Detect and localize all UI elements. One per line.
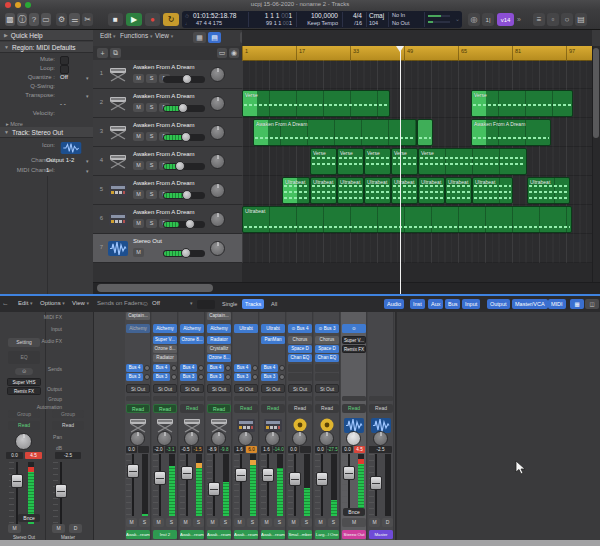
track-volume-thumb[interactable] <box>181 248 191 258</box>
audio-fx-slot[interactable]: Chorus <box>288 336 312 344</box>
track-volume-slider[interactable] <box>163 192 205 199</box>
region[interactable]: Ultrabeat <box>527 177 570 204</box>
channel-dim-button[interactable]: D <box>69 524 82 533</box>
volume-value[interactable]: 0.0 <box>288 446 299 453</box>
mixer-filter-input[interactable]: Input <box>462 299 480 309</box>
send-level-knob[interactable] <box>198 365 204 371</box>
track-volume-thumb[interactable] <box>175 161 185 171</box>
scissors-icon[interactable]: ✂ <box>82 13 93 26</box>
midi-fx-slot[interactable]: Captain... <box>207 312 231 320</box>
track-mute-button[interactable]: M <box>133 132 144 141</box>
send-level-knob[interactable] <box>144 365 150 371</box>
send-slot-empty[interactable] <box>315 364 339 372</box>
automation-mode-button[interactable]: Read <box>342 404 366 413</box>
channel-name[interactable]: Awak...ream <box>180 530 204 539</box>
input-slot[interactable]: ⊙ Bus 3 <box>315 324 339 333</box>
track-pan-knob[interactable] <box>210 154 225 169</box>
output-slot[interactable]: St Out <box>207 384 231 393</box>
mixer-edit-menu[interactable]: Edit ▾ <box>18 300 33 306</box>
group-slot[interactable] <box>180 396 204 401</box>
lcd-chevron-icon[interactable]: ⌄ <box>455 15 460 22</box>
mixer-channel-strip[interactable]: ⊙ Bus 3ChorusSpace DChan EQSt OutRead0.0… <box>314 312 340 540</box>
track-icon-preview[interactable] <box>60 140 82 152</box>
list-editors-icon[interactable]: ≡ <box>533 13 545 26</box>
audio-fx-slot[interactable]: Chorus <box>315 336 339 344</box>
audio-fx-slot[interactable]: Space D <box>315 345 339 353</box>
pan-knob[interactable] <box>373 431 388 446</box>
group-slot[interactable] <box>369 396 393 401</box>
track-pan-knob[interactable] <box>210 67 225 82</box>
volume-fader[interactable] <box>127 464 139 478</box>
volume-fader[interactable] <box>154 471 166 485</box>
tracks-functions-menu[interactable]: Functions ▾ <box>120 32 153 39</box>
send-level-knob[interactable] <box>252 365 258 371</box>
channel-name[interactable]: Awak...ream <box>234 530 258 539</box>
track-pan-knob[interactable] <box>210 212 225 227</box>
region[interactable]: Ultrabeat <box>242 206 572 233</box>
channel-mute-button[interactable]: M <box>8 524 21 533</box>
track-header[interactable]: 7Stereo OutM <box>93 234 242 263</box>
arrange-horizontal-scrollbar-thumb[interactable] <box>97 284 213 292</box>
send-level-knob[interactable] <box>171 365 177 371</box>
region[interactable]: Awaken From A Dream <box>253 119 417 146</box>
automation-mode-button[interactable]: Read <box>153 404 177 413</box>
track-header-options-icon[interactable]: ▭ <box>217 48 227 58</box>
region[interactable]: Verse <box>310 148 337 175</box>
input-slot[interactable]: Alchemy <box>153 324 177 333</box>
count-in-icon[interactable]: 1| <box>482 13 494 26</box>
track-mute-button[interactable]: M <box>133 248 144 257</box>
input-slot[interactable]: ⊙ Bus 4 <box>288 324 312 333</box>
group-slot[interactable]: Group <box>52 410 84 418</box>
stepper-icon[interactable]: ▾ <box>86 93 89 99</box>
volume-fader[interactable] <box>289 472 301 486</box>
audio-fx-slot[interactable]: Ozone 8... <box>153 345 177 353</box>
mixer-channel-strip[interactable]: Captain...AlchemyBus 4Bus 3St OutRead0.0… <box>125 312 151 540</box>
automation-mode-button[interactable]: Read <box>180 404 204 413</box>
channel-name[interactable]: Inst 2 <box>153 530 177 539</box>
track-header[interactable]: 6Awaken From A DreamMSR <box>93 205 242 234</box>
channel-mute-button[interactable]: M <box>126 518 137 527</box>
mixer-filter-audio[interactable]: Audio <box>384 299 404 309</box>
inspector-channel-strip[interactable]: SettingEQ⊙Super VHSRemix FXGroupRead0.04… <box>4 312 44 540</box>
volume-value[interactable]: 1.6 <box>261 446 272 453</box>
track-header[interactable]: 3Awaken From A DreamMSR <box>93 118 242 147</box>
output-slot[interactable]: St Out <box>153 384 177 393</box>
volume-fader[interactable] <box>55 484 67 498</box>
track-solo-button[interactable]: S <box>146 103 157 112</box>
volume-value[interactable]: -2.5 <box>369 446 392 453</box>
track-volume-thumb[interactable] <box>181 132 191 142</box>
channel-mute-button[interactable]: M <box>180 518 191 527</box>
bounce-button[interactable]: Bnce <box>18 514 40 522</box>
channel-solo-button[interactable]: S <box>220 518 231 527</box>
channel-name[interactable]: Awak...ream <box>207 530 231 539</box>
output-slot[interactable]: St Out <box>288 384 312 393</box>
duplicate-track-button[interactable]: ⧉ <box>110 48 121 58</box>
region[interactable]: Ultrabeat <box>282 177 310 204</box>
send-slot[interactable]: Bus 3 <box>153 373 170 381</box>
volume-fader[interactable] <box>316 472 328 486</box>
help-icon[interactable]: ? <box>29 13 39 26</box>
mixer-dual-pane-icon[interactable]: ◫ <box>585 299 599 309</box>
channel-mute-button[interactable]: M <box>207 518 218 527</box>
volume-value[interactable]: -2.5 <box>55 452 81 459</box>
send-slot[interactable]: Bus 3 <box>180 373 197 381</box>
track-header[interactable]: 2Awaken From A DreamMSR <box>93 89 242 118</box>
channel-name[interactable]: Master <box>369 530 393 539</box>
sends-on-faders-value[interactable]: Off <box>152 300 160 306</box>
region[interactable] <box>417 119 433 146</box>
mixer-channel-strip[interactable]: UltrabtPanManBus 4Bus 3St OutRead1.6-14.… <box>260 312 286 540</box>
channel-solo-button[interactable]: S <box>301 518 312 527</box>
channel-solo-button[interactable]: S <box>139 518 150 527</box>
track-pan-knob[interactable] <box>210 96 225 111</box>
pan-knob[interactable] <box>346 431 361 446</box>
add-track-button[interactable]: + <box>97 48 108 58</box>
pan-knob[interactable] <box>130 431 145 446</box>
inspector-row-value[interactable]: Off <box>60 74 68 80</box>
send-slot[interactable]: Bus 4 <box>234 364 251 372</box>
input-slot[interactable]: Ultrabt <box>234 324 258 333</box>
mixer-all-button[interactable]: All <box>268 299 280 309</box>
automation-mode-button[interactable]: Read <box>126 404 150 413</box>
stop-button[interactable]: ■ <box>108 13 123 26</box>
mixer-toggle-icon[interactable]: ⚌ <box>69 13 80 26</box>
input-slot[interactable]: Alchemy <box>126 324 150 333</box>
